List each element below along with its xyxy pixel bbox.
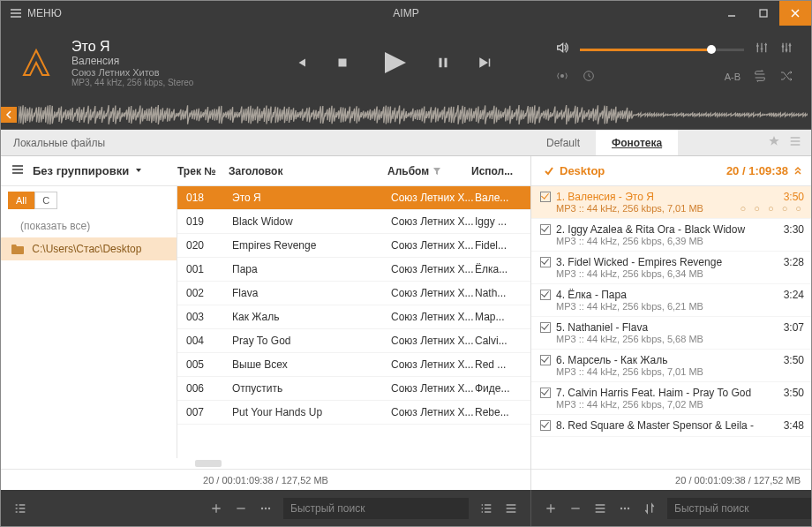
table-row[interactable]: 019Black WidowСоюз Летних Х...Iggy ... [177,210,530,234]
svg-rect-3 [445,58,447,68]
lib-add-button[interactable] [204,496,229,521]
list-item[interactable]: 8. Red Square & Master Spensor & Leila -… [531,415,811,437]
lib-search-input[interactable] [283,498,469,519]
playlist-collapse-button[interactable] [793,164,802,177]
folder-icon [11,245,24,254]
playlist-panel: Desktop 20 / 1:09:38 1. Валенсия - Это Я… [531,156,811,490]
table-row[interactable]: 004Pray To GodСоюз Летних Х...Calvi... [177,329,530,353]
lib-view-list-button[interactable] [474,496,499,521]
col-trackno[interactable]: Трек № [177,165,229,177]
pl-remove-button[interactable] [563,496,588,521]
checkbox-icon[interactable] [540,290,551,300]
tree-show-all[interactable]: (показать все) [1,215,177,237]
checkbox-icon[interactable] [540,355,551,365]
checkbox-icon[interactable] [540,322,551,333]
table-row[interactable]: 001ПараСоюз Летних Х...Ёлка... [177,258,530,282]
checkbox-icon[interactable] [540,420,551,431]
ab-repeat-button[interactable]: A-B [725,72,741,82]
shuffle-button[interactable] [779,69,793,85]
play-icon [377,47,409,79]
minimize-icon [726,8,737,19]
shuffle-icon [779,69,793,83]
tab-library[interactable]: Фонотека [596,130,678,155]
list-item[interactable]: 6. Марсель - Как Жаль3:50MP3 :: 44 kHz, … [531,350,811,382]
mute-button[interactable] [555,41,569,58]
effects-button[interactable] [779,41,793,58]
checkbox-icon[interactable] [540,192,551,202]
favorite-button[interactable] [767,134,781,151]
play-button[interactable] [377,47,409,79]
playback-controls [230,47,555,79]
track-artist: Валенсия [71,55,230,67]
table-row[interactable]: 007Put Your Hands UpСоюз Летних Х...Rebe… [177,401,530,425]
chevron-up-double-icon [793,166,802,175]
pl-sort-button[interactable] [637,496,662,521]
checkbox-icon[interactable] [540,224,551,235]
horizontal-scrollbar[interactable] [195,460,222,467]
pl-view-button[interactable] [588,496,613,521]
library-panel: Без группировки Трек № Заголовок Альбом … [1,156,531,490]
list-item[interactable]: 3. Fidel Wicked - Empires Revenge3:28MP3… [531,252,811,284]
col-artist[interactable]: Испол... [471,165,525,177]
next-icon [477,55,493,71]
group-menu-button[interactable] [11,163,24,178]
lib-remove-button[interactable] [229,496,253,521]
col-album[interactable]: Альбом [387,165,471,177]
table-row[interactable]: 005Выше ВсехСоюз Летних Х...Red ... [177,353,530,377]
tree-folder[interactable]: C:\Users\Cтас\Desktop [1,237,177,260]
table-row[interactable]: 002FlavaСоюз Летних Х...Nath... [177,282,530,305]
track-info: Это Я Валенсия Союз Летних Хитов MP3, 44… [71,39,230,87]
pl-add-button[interactable] [538,496,563,521]
pl-search-input[interactable] [667,498,812,519]
equalizer-button[interactable] [755,41,769,58]
list-item[interactable]: 4. Ёлка - Пара3:24MP3 :: 44 kHz, 256 kbp… [531,284,811,317]
stop-button[interactable] [335,55,350,71]
lib-view-menu-button[interactable] [499,496,523,521]
repeat-icon [753,69,767,83]
maximize-icon [758,8,769,19]
clock-button[interactable] [582,69,596,85]
svg-point-10 [265,508,267,509]
menu-button[interactable]: МЕНЮ [1,1,71,26]
lib-more-button[interactable] [253,496,278,521]
pause-button[interactable] [435,55,451,71]
chip-all[interactable]: All [8,192,34,209]
volume-knob[interactable] [707,45,716,54]
chip-c[interactable]: C [34,192,57,209]
playlist-footer: 20 / 00:01:09:38 / 127,52 MB [531,469,811,490]
main-area: Без группировки Трек № Заголовок Альбом … [1,156,811,490]
group-dropdown-button[interactable] [134,164,143,177]
svg-rect-2 [440,58,442,68]
table-row[interactable]: 003Как ЖальСоюз Летних Х...Мар... [177,305,530,329]
tab-default[interactable]: Default [530,130,596,155]
radio-button[interactable] [555,69,569,85]
table-row[interactable]: 020Empires RevengeСоюз Летних Х...Fidel.… [177,234,530,258]
list-item[interactable]: 5. Nathaniel - Flava3:07MP3 :: 44 kHz, 2… [531,317,811,350]
waveform[interactable] [19,103,808,126]
pl-more-button[interactable] [613,496,637,521]
tab-menu-button[interactable] [788,134,802,151]
waveform-collapse-button[interactable] [1,107,17,123]
list-item[interactable]: 7. Calvin Harris Feat. Haim - Pray To Go… [531,382,811,415]
playlist-body: 1. Валенсия - Это Я3:50MP3 :: 44 kHz, 25… [531,186,811,469]
col-title[interactable]: Заголовок [229,165,387,177]
prev-button[interactable] [292,55,308,71]
volume-slider[interactable] [580,49,744,51]
list-item[interactable]: 1. Валенсия - Это Я3:50MP3 :: 44 kHz, 25… [531,186,811,219]
svg-point-9 [261,508,263,509]
waveform-area [1,100,811,130]
close-button[interactable] [779,1,811,26]
table-row[interactable]: 006ОтпуститьСоюз Летних Х...Фиде... [177,377,530,401]
checkbox-icon[interactable] [540,388,551,398]
minimize-button[interactable] [716,1,748,26]
svg-point-12 [620,508,622,509]
list-icon [479,501,493,516]
table-row[interactable]: 018Это ЯСоюз Летних Х...Вале... [177,186,530,210]
next-button[interactable] [477,55,493,71]
maximize-button[interactable] [748,1,779,26]
library-table: 018Это ЯСоюз Летних Х...Вале...019Black … [177,186,530,458]
queue-button[interactable] [8,496,33,521]
checkbox-icon[interactable] [540,257,551,267]
list-item[interactable]: 2. Iggy Azalea & Rita Ora - Black Widow3… [531,219,811,252]
repeat-button[interactable] [753,69,767,85]
